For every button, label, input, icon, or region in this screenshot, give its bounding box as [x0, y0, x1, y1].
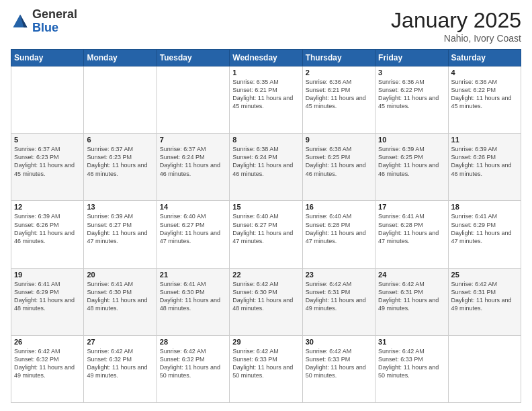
day-number: 5	[14, 136, 81, 144]
table-row: 4Sunrise: 6:36 AMSunset: 6:22 PMDaylight…	[448, 66, 521, 134]
logo-blue-text: Blue	[32, 21, 77, 35]
day-info: Sunrise: 6:41 AMSunset: 6:30 PMDaylight:…	[160, 280, 226, 313]
table-row: 18Sunrise: 6:41 AMSunset: 6:29 PMDayligh…	[448, 201, 521, 268]
day-info: Sunrise: 6:37 AMSunset: 6:23 PMDaylight:…	[87, 145, 153, 178]
calendar-week-row: 1Sunrise: 6:35 AMSunset: 6:21 PMDaylight…	[11, 66, 521, 134]
day-number: 25	[451, 271, 518, 279]
day-number: 12	[14, 203, 81, 211]
table-row: 14Sunrise: 6:40 AMSunset: 6:27 PMDayligh…	[157, 201, 229, 268]
day-info: Sunrise: 6:41 AMSunset: 6:29 PMDaylight:…	[451, 212, 518, 245]
table-row: 29Sunrise: 6:42 AMSunset: 6:33 PMDayligh…	[230, 335, 302, 402]
table-row: 8Sunrise: 6:38 AMSunset: 6:24 PMDaylight…	[230, 134, 302, 201]
col-thursday: Thursday	[302, 50, 375, 66]
day-number: 30	[306, 338, 372, 346]
day-number: 10	[378, 136, 445, 144]
day-number: 17	[378, 203, 445, 211]
table-row: 24Sunrise: 6:42 AMSunset: 6:31 PMDayligh…	[375, 268, 448, 335]
day-info: Sunrise: 6:42 AMSunset: 6:31 PMDaylight:…	[378, 280, 445, 313]
day-number: 26	[14, 338, 81, 346]
day-info: Sunrise: 6:42 AMSunset: 6:32 PMDaylight:…	[87, 347, 153, 380]
table-row: 26Sunrise: 6:42 AMSunset: 6:32 PMDayligh…	[11, 335, 84, 402]
day-number: 13	[87, 203, 153, 211]
day-number: 29	[232, 338, 299, 346]
table-row: 3Sunrise: 6:36 AMSunset: 6:22 PMDaylight…	[375, 66, 448, 134]
day-number: 4	[451, 68, 518, 77]
table-row: 27Sunrise: 6:42 AMSunset: 6:32 PMDayligh…	[84, 335, 157, 402]
table-row	[84, 66, 157, 134]
table-row: 10Sunrise: 6:39 AMSunset: 6:25 PMDayligh…	[375, 134, 448, 201]
day-number: 19	[14, 271, 81, 279]
day-number: 11	[451, 136, 518, 144]
day-info: Sunrise: 6:41 AMSunset: 6:29 PMDaylight:…	[14, 280, 81, 313]
day-number: 7	[160, 136, 226, 144]
day-number: 9	[306, 136, 372, 144]
table-row: 13Sunrise: 6:39 AMSunset: 6:27 PMDayligh…	[84, 201, 157, 268]
calendar-week-row: 5Sunrise: 6:37 AMSunset: 6:23 PMDaylight…	[11, 134, 521, 201]
day-info: Sunrise: 6:36 AMSunset: 6:22 PMDaylight:…	[378, 78, 445, 111]
table-row: 12Sunrise: 6:39 AMSunset: 6:26 PMDayligh…	[11, 201, 84, 268]
day-info: Sunrise: 6:40 AMSunset: 6:28 PMDaylight:…	[306, 212, 372, 245]
day-number: 20	[87, 271, 153, 279]
col-friday: Friday	[375, 50, 448, 66]
table-row: 31Sunrise: 6:42 AMSunset: 6:33 PMDayligh…	[375, 335, 448, 402]
calendar-week-row: 26Sunrise: 6:42 AMSunset: 6:32 PMDayligh…	[11, 335, 521, 402]
logo-text: General Blue	[32, 8, 77, 35]
day-info: Sunrise: 6:42 AMSunset: 6:31 PMDaylight:…	[451, 280, 518, 313]
day-number: 18	[451, 203, 518, 211]
day-info: Sunrise: 6:39 AMSunset: 6:25 PMDaylight:…	[378, 145, 445, 178]
day-number: 6	[87, 136, 153, 144]
calendar-week-row: 12Sunrise: 6:39 AMSunset: 6:26 PMDayligh…	[11, 201, 521, 268]
day-info: Sunrise: 6:36 AMSunset: 6:21 PMDaylight:…	[306, 78, 372, 111]
day-info: Sunrise: 6:39 AMSunset: 6:27 PMDaylight:…	[87, 212, 153, 245]
day-info: Sunrise: 6:39 AMSunset: 6:26 PMDaylight:…	[14, 212, 81, 245]
day-number: 14	[160, 203, 226, 211]
table-row: 21Sunrise: 6:41 AMSunset: 6:30 PMDayligh…	[157, 268, 229, 335]
table-row: 22Sunrise: 6:42 AMSunset: 6:30 PMDayligh…	[230, 268, 302, 335]
day-info: Sunrise: 6:37 AMSunset: 6:23 PMDaylight:…	[14, 145, 81, 178]
day-info: Sunrise: 6:41 AMSunset: 6:28 PMDaylight:…	[378, 212, 445, 245]
day-number: 28	[160, 338, 226, 346]
day-number: 15	[232, 203, 299, 211]
table-row: 9Sunrise: 6:38 AMSunset: 6:25 PMDaylight…	[302, 134, 375, 201]
day-number: 24	[378, 271, 445, 279]
page: General Blue January 2025 Nahio, Ivory C…	[0, 0, 532, 411]
table-row: 7Sunrise: 6:37 AMSunset: 6:24 PMDaylight…	[157, 134, 229, 201]
table-row: 17Sunrise: 6:41 AMSunset: 6:28 PMDayligh…	[375, 201, 448, 268]
day-number: 1	[232, 68, 299, 77]
col-sunday: Sunday	[11, 50, 84, 66]
table-row: 20Sunrise: 6:41 AMSunset: 6:30 PMDayligh…	[84, 268, 157, 335]
subtitle: Nahio, Ivory Coast	[391, 33, 521, 44]
table-row: 19Sunrise: 6:41 AMSunset: 6:29 PMDayligh…	[11, 268, 84, 335]
table-row	[11, 66, 84, 134]
day-info: Sunrise: 6:39 AMSunset: 6:26 PMDaylight:…	[451, 145, 518, 178]
day-info: Sunrise: 6:35 AMSunset: 6:21 PMDaylight:…	[232, 78, 299, 111]
day-info: Sunrise: 6:42 AMSunset: 6:32 PMDaylight:…	[14, 347, 81, 380]
table-row: 5Sunrise: 6:37 AMSunset: 6:23 PMDaylight…	[11, 134, 84, 201]
day-number: 8	[232, 136, 299, 144]
table-row	[448, 335, 521, 402]
header: General Blue January 2025 Nahio, Ivory C…	[11, 8, 521, 44]
day-info: Sunrise: 6:40 AMSunset: 6:27 PMDaylight:…	[160, 212, 226, 245]
col-saturday: Saturday	[448, 50, 521, 66]
day-number: 16	[306, 203, 372, 211]
col-tuesday: Tuesday	[157, 50, 229, 66]
calendar-table: Sunday Monday Tuesday Wednesday Thursday…	[11, 49, 521, 403]
day-number: 22	[232, 271, 299, 279]
table-row	[157, 66, 229, 134]
logo: General Blue	[11, 8, 77, 35]
day-info: Sunrise: 6:38 AMSunset: 6:25 PMDaylight:…	[306, 145, 372, 178]
table-row: 25Sunrise: 6:42 AMSunset: 6:31 PMDayligh…	[448, 268, 521, 335]
calendar-week-row: 19Sunrise: 6:41 AMSunset: 6:29 PMDayligh…	[11, 268, 521, 335]
day-number: 3	[378, 68, 445, 77]
table-row: 2Sunrise: 6:36 AMSunset: 6:21 PMDaylight…	[302, 66, 375, 134]
day-info: Sunrise: 6:36 AMSunset: 6:22 PMDaylight:…	[451, 78, 518, 111]
table-row: 16Sunrise: 6:40 AMSunset: 6:28 PMDayligh…	[302, 201, 375, 268]
table-row: 23Sunrise: 6:42 AMSunset: 6:31 PMDayligh…	[302, 268, 375, 335]
day-info: Sunrise: 6:42 AMSunset: 6:33 PMDaylight:…	[232, 347, 299, 380]
day-info: Sunrise: 6:42 AMSunset: 6:31 PMDaylight:…	[306, 280, 372, 313]
day-info: Sunrise: 6:42 AMSunset: 6:32 PMDaylight:…	[160, 347, 226, 380]
day-number: 31	[378, 338, 445, 346]
day-info: Sunrise: 6:42 AMSunset: 6:33 PMDaylight:…	[306, 347, 372, 380]
month-title: January 2025	[391, 8, 521, 33]
day-info: Sunrise: 6:38 AMSunset: 6:24 PMDaylight:…	[232, 145, 299, 178]
